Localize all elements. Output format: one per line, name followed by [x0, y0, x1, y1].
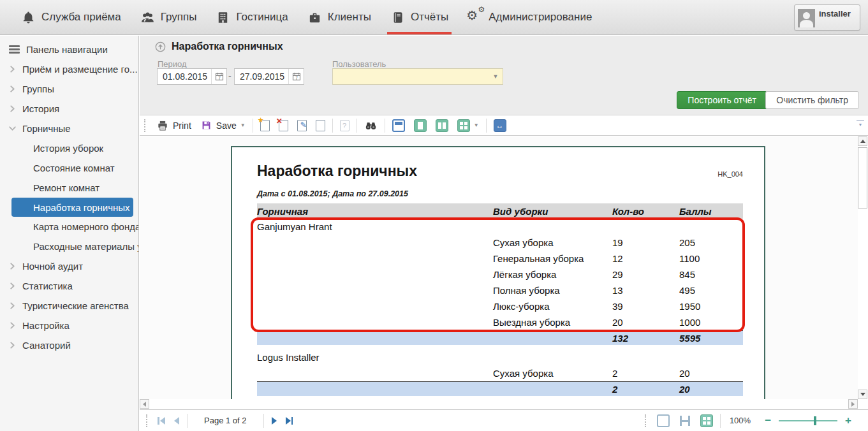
- zoom-grid-mode-button[interactable]: [696, 413, 717, 429]
- count-value: 2: [612, 368, 679, 379]
- sidebar-header[interactable]: Панель навигации: [0, 40, 138, 59]
- report-group: Logus InstallerСухая уборка220: [257, 349, 743, 381]
- view-facing-pages-button[interactable]: [431, 117, 453, 134]
- bell-icon: [21, 10, 36, 25]
- chevron-right-icon: [9, 342, 16, 349]
- tab-briefcase[interactable]: Клиенты: [298, 0, 381, 34]
- sidebar-item[interactable]: Ремонт комнат: [0, 178, 138, 198]
- sidebar-items: Приём и размещение го...ГруппыИсторияГор…: [0, 59, 138, 355]
- scroll-right-button[interactable]: [848, 399, 858, 409]
- sidebar-item[interactable]: Ночной аудит: [0, 256, 138, 276]
- zoom-slider[interactable]: [779, 420, 837, 421]
- sidebar-item[interactable]: Настройка: [0, 316, 138, 335]
- calendar-icon[interactable]: [211, 69, 226, 84]
- sidebar-item[interactable]: Наработка горничных: [11, 198, 133, 217]
- save-button[interactable]: Save ▼: [196, 117, 250, 134]
- sidebar-item[interactable]: Санаторий: [0, 335, 138, 355]
- sidebar-item[interactable]: Туристические агенства: [0, 296, 138, 316]
- zoom-page-width-button[interactable]: [674, 413, 696, 429]
- tab-users[interactable]: Группы: [131, 0, 207, 34]
- sidebar-item[interactable]: Горничные: [0, 119, 138, 138]
- calendar-icon[interactable]: [288, 69, 304, 84]
- view-single-page-button[interactable]: [388, 117, 409, 134]
- collapse-panel-icon[interactable]: [155, 41, 166, 52]
- sidebar-item[interactable]: Приём и размещение го...: [0, 59, 138, 79]
- tab-label: Клиенты: [328, 11, 371, 24]
- building-icon: [216, 10, 230, 25]
- tab-bell[interactable]: Служба приёма: [11, 0, 131, 34]
- tab-book[interactable]: Отчёты: [381, 0, 458, 34]
- user-filter-label: Пользователь: [332, 59, 386, 69]
- fit-page-width-button[interactable]: ↔: [489, 117, 511, 134]
- column-header: Вид уборки: [493, 206, 612, 217]
- edit-page-button[interactable]: ✎: [293, 117, 311, 134]
- period-label: Период: [158, 59, 187, 69]
- new-page-button[interactable]: ★: [256, 117, 274, 134]
- total-points: 5595: [679, 333, 743, 344]
- sidebar-item[interactable]: Статистика: [0, 276, 138, 296]
- zoom-slider-handle[interactable]: [814, 416, 816, 425]
- sidebar-item[interactable]: История: [0, 99, 138, 119]
- report-filter-panel: Наработка горничных Период Пользователь …: [140, 36, 868, 115]
- sidebar-item-label: Горничные: [22, 123, 71, 134]
- group-total-row: 220: [257, 381, 743, 396]
- user-menu-button[interactable]: installer: [794, 4, 860, 31]
- view-continuous-button[interactable]: [409, 117, 431, 134]
- view-multiple-pages-button[interactable]: ▼: [453, 117, 483, 134]
- print-button[interactable]: Print: [152, 117, 196, 134]
- sidebar-item[interactable]: Состояние комнат: [0, 158, 138, 178]
- group-name-row: Ganjumyan Hrant: [257, 219, 743, 235]
- previous-page-button[interactable]: [169, 414, 184, 428]
- first-page-button[interactable]: [154, 414, 169, 428]
- sidebar-item[interactable]: Расходные материалы у...: [0, 237, 138, 256]
- total-count: 132: [612, 333, 679, 344]
- sidebar-item-label: Туристические агенства: [22, 300, 129, 311]
- vertical-scrollbar[interactable]: [858, 136, 868, 409]
- sidebar-item[interactable]: История уборок: [0, 138, 138, 158]
- points-value: 20: [679, 368, 743, 379]
- sidebar-item-label: Ночной аудит: [22, 261, 83, 272]
- sidebar-item[interactable]: Карта номерного фонда: [0, 217, 138, 237]
- sidebar-item[interactable]: Группы: [0, 79, 138, 99]
- zoom-single-page-button[interactable]: [652, 413, 674, 429]
- chevron-down-icon: ▼: [489, 73, 503, 80]
- drag-handle[interactable]: [144, 119, 148, 132]
- chevron-right-icon: [9, 302, 16, 309]
- zoom-level-label: 100%: [730, 416, 751, 425]
- print-label: Print: [173, 121, 191, 131]
- scroll-down-button[interactable]: [858, 390, 867, 399]
- zoom-out-button[interactable]: −: [760, 414, 776, 427]
- drag-handle[interactable]: [146, 414, 150, 427]
- chevron-right-icon: [9, 105, 16, 112]
- horizontal-scrollbar[interactable]: [140, 399, 858, 409]
- scroll-left-button[interactable]: [140, 399, 149, 409]
- vertical-scroll-thumb[interactable]: [858, 147, 867, 208]
- scroll-up-button[interactable]: [858, 136, 867, 146]
- drag-handle[interactable]: [645, 414, 649, 427]
- cleaning-type: Лёгкая уборка: [493, 269, 612, 280]
- user-combobox[interactable]: ▼: [332, 68, 503, 85]
- clear-filter-button[interactable]: Очистить фильтр: [765, 91, 859, 109]
- page-setup-button[interactable]: [311, 117, 330, 134]
- delete-page-button[interactable]: ✕: [274, 117, 293, 134]
- cleaning-type: Сухая уборка: [493, 237, 612, 248]
- find-button[interactable]: [360, 117, 382, 134]
- zoom-in-button[interactable]: +: [840, 414, 857, 427]
- build-report-button[interactable]: Построить отчёт: [677, 91, 767, 109]
- last-page-button[interactable]: [282, 414, 297, 428]
- points-value: 1100: [679, 253, 743, 264]
- tab-building[interactable]: Гостиница: [206, 0, 297, 34]
- report-row: Сухая уборка220: [257, 365, 743, 381]
- sidebar-item-label: История: [22, 103, 59, 114]
- cleaning-type: Генеральная уборка: [493, 253, 612, 264]
- date-to-field[interactable]: 27.09.2015: [234, 68, 304, 85]
- paste-button[interactable]: ?: [335, 117, 354, 134]
- tab-gears[interactable]: ⚙⚙Администрирование: [458, 0, 601, 34]
- cleaning-type: Люкс-уборка: [493, 301, 612, 312]
- date-from-field[interactable]: 01.08.2015: [157, 68, 227, 85]
- toolbar-overflow-button[interactable]: ▼: [857, 121, 864, 127]
- chevron-down-icon: [9, 125, 16, 132]
- housekeeper-name: Ganjumyan Hrant: [257, 221, 332, 232]
- page-indicator: Page 1 of 2: [204, 416, 247, 425]
- next-page-button[interactable]: [267, 414, 282, 428]
